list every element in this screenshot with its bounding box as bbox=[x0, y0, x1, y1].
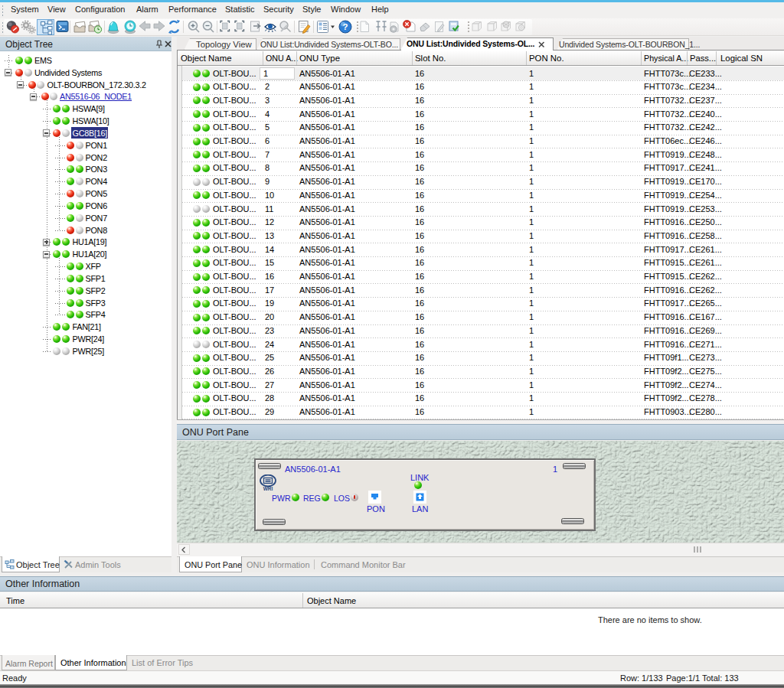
svg-text:WRI: WRI bbox=[263, 486, 273, 491]
svg-text:?: ? bbox=[342, 22, 348, 31]
